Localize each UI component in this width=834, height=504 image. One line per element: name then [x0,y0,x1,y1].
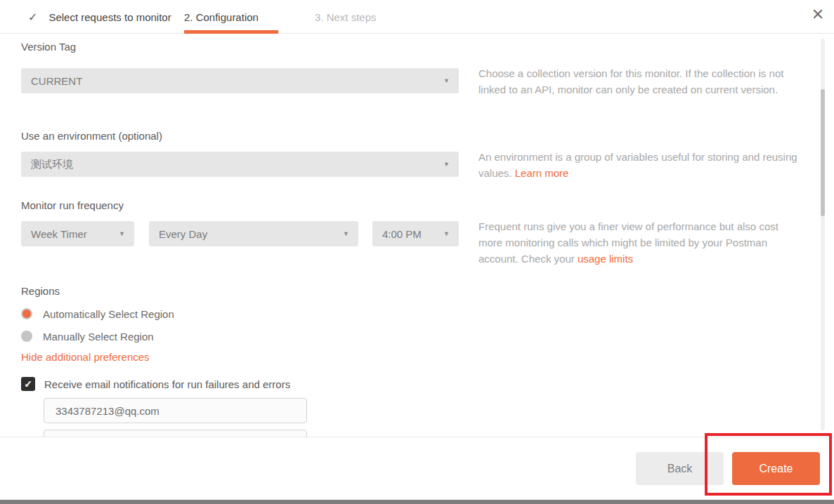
version-tag-value: CURRENT [31,75,82,87]
frequency-help: Frequent runs give you a finer view of p… [478,218,803,267]
back-button[interactable]: Back [636,452,724,485]
additional-email-input[interactable] [44,430,307,437]
frequency-time-select[interactable]: 4:00 PM ▼ [372,221,459,246]
scrollbar-thumb[interactable] [821,89,825,216]
dialog-footer: Back Create [0,437,834,500]
radio-selected-icon[interactable] [21,308,32,319]
frequency-day-select[interactable]: Every Day ▼ [149,221,358,246]
email-notifications-label: Receive email notifications for run fail… [44,378,290,390]
environment-value: 测试环境 [31,158,73,171]
regions-label: Regions [21,285,60,297]
close-icon[interactable]: ✕ [807,4,828,25]
create-button[interactable]: Create [732,452,820,485]
email-notifications-row: ✓ Receive email notifications for run fa… [21,376,290,392]
radio-manual-select-region-label: Manually Select Region [43,331,154,343]
frequency-day-value: Every Day [159,228,207,240]
version-tag-help: Choose a collection version for this mon… [478,65,803,98]
version-tag-label: Version Tag [21,41,76,53]
scrollbar-track[interactable] [821,39,825,430]
chevron-down-icon: ▼ [443,230,450,237]
usage-limits-link[interactable]: usage limits [578,253,633,265]
radio-unselected-icon[interactable] [21,331,32,342]
timer-type-select[interactable]: Week Timer ▼ [21,221,134,246]
chevron-down-icon: ▼ [343,230,349,237]
notification-email-value: 3343787213@qq.com [56,405,159,417]
hide-preferences-link[interactable]: Hide additional preferences [21,351,150,363]
back-button-label: Back [667,463,693,475]
version-tag-select[interactable]: CURRENT ▼ [21,68,459,93]
chevron-down-icon: ▼ [119,230,125,237]
tab-select-requests-label: Select requests to monitor [48,11,171,23]
radio-auto-select-region-label: Automatically Select Region [43,308,174,320]
environment-help: An environment is a group of variables u… [478,149,803,181]
window-edge-bar [0,500,834,504]
radio-auto-select-region[interactable]: Automatically Select Region [21,307,174,321]
notification-email-input[interactable]: 3343787213@qq.com [44,398,307,423]
timer-type-value: Week Timer [31,228,87,240]
chevron-down-icon: ▼ [443,161,450,168]
frequency-time-value: 4:00 PM [382,228,422,240]
radio-manual-select-region[interactable]: Manually Select Region [21,329,154,343]
configuration-form: Version Tag CURRENT ▼ Choose a collectio… [0,34,834,437]
tab-next-steps[interactable]: 3. Next steps [315,0,377,34]
environment-label: Use an environment (optional) [21,130,162,142]
create-button-label: Create [759,463,793,475]
wizard-header: ✓ Select requests to monitor 2. Configur… [0,0,834,34]
email-notifications-checkbox[interactable]: ✓ [21,377,35,391]
tab-select-requests[interactable]: ✓ Select requests to monitor [28,0,171,34]
learn-more-link[interactable]: Learn more [515,167,569,179]
tab-configuration[interactable]: 2. Configuration [184,0,259,34]
chevron-down-icon: ▼ [443,77,450,84]
tab-configuration-label: 2. Configuration [184,11,259,23]
environment-select[interactable]: 测试环境 ▼ [21,152,459,177]
frequency-label: Monitor run frequency [21,199,124,211]
tab-next-steps-label: 3. Next steps [315,11,377,23]
check-icon: ✓ [28,11,37,24]
